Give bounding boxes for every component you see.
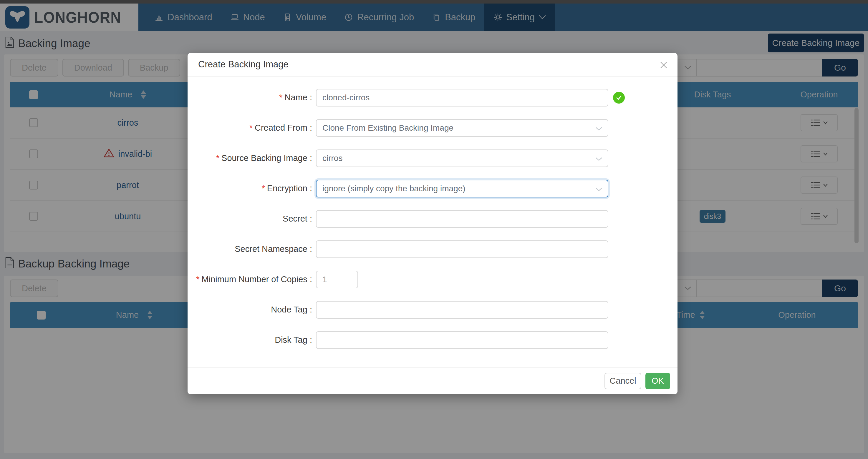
field-name: *Name : <box>188 83 678 113</box>
chevron-down-icon <box>595 188 602 192</box>
encryption-select[interactable]: ignore (simply copy the backing image) <box>316 180 608 197</box>
secret-input[interactable] <box>316 210 608 228</box>
field-disk-tag: Disk Tag : <box>188 325 678 355</box>
longhorn-app: LONGHORN Dashboard Node Volume Recurring… <box>0 0 868 459</box>
chevron-down-icon <box>595 127 602 131</box>
valid-check-icon <box>613 92 625 104</box>
field-source-backing-image: *Source Backing Image : cirros <box>188 143 678 173</box>
field-secret-namespace: Secret Namespace : <box>188 234 678 264</box>
modal-body: *Name : *Created From : Clone From Exist… <box>188 76 678 355</box>
field-node-tag: Node Tag : <box>188 295 678 325</box>
created-from-select[interactable]: Clone From Existing Backing Image <box>316 119 608 137</box>
minimum-copies-input[interactable] <box>316 271 358 288</box>
source-backing-image-select[interactable]: cirros <box>316 150 608 167</box>
modal-footer: Cancel OK <box>188 367 678 394</box>
modal-title: Create Backing Image <box>198 59 288 70</box>
field-secret: Secret : <box>188 204 678 234</box>
field-created-from: *Created From : Clone From Existing Back… <box>188 113 678 143</box>
modal-header: Create Backing Image <box>188 53 678 76</box>
ok-button[interactable]: OK <box>645 373 670 389</box>
node-tag-input[interactable] <box>316 301 608 319</box>
name-input[interactable] <box>316 89 608 106</box>
secret-namespace-input[interactable] <box>316 240 608 258</box>
create-backing-image-modal: Create Backing Image *Name : *Created Fr… <box>188 53 678 394</box>
close-icon[interactable] <box>659 61 668 69</box>
disk-tag-input[interactable] <box>316 331 608 349</box>
cancel-button[interactable]: Cancel <box>604 373 641 389</box>
chevron-down-icon <box>595 157 602 161</box>
field-encryption: *Encryption : ignore (simply copy the ba… <box>188 173 678 204</box>
field-minimum-number-of-copies: *Minimum Number of Copies : <box>188 264 678 295</box>
